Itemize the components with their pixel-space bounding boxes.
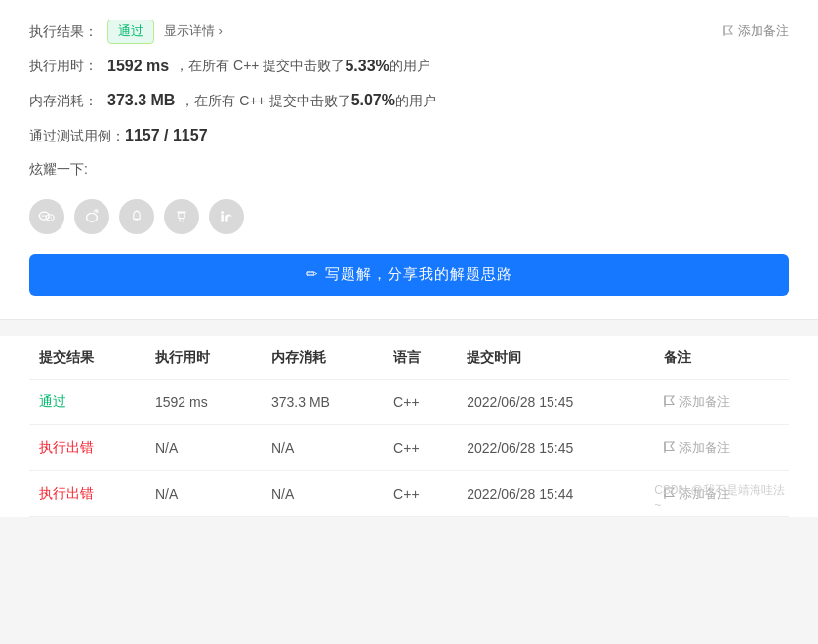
pass-badge: 通过 — [107, 20, 154, 44]
svg-point-6 — [48, 217, 49, 218]
row-time: 1592 ms — [145, 379, 262, 424]
col-note: 备注 — [654, 336, 789, 380]
table-row: 执行出错 N/A N/A C++ 2022/06/28 15:45 添加备注 — [29, 424, 789, 470]
table-row: 通过 1592 ms 373.3 MB C++ 2022/06/28 15:45… — [29, 379, 789, 424]
time-row: 执行用时： 1592 ms ，在所有 C++ 提交中击败了 5.33% 的用户 — [29, 54, 789, 79]
row-add-note[interactable]: 添加备注 — [664, 439, 779, 457]
add-note-text: 添加备注 — [679, 393, 730, 411]
flag-small-icon — [664, 441, 675, 454]
row-add-note[interactable]: 添加备注 — [664, 393, 779, 411]
svg-point-8 — [87, 213, 98, 221]
row-submit-time: 2022/06/28 15:45 — [457, 424, 654, 470]
linkedin-icon[interactable] — [209, 199, 244, 234]
svg-marker-21 — [665, 488, 674, 497]
mem-pct: 5.07% — [351, 88, 395, 113]
svg-marker-17 — [665, 396, 674, 405]
row-submit-time: 2022/06/28 15:44 — [457, 470, 654, 516]
top-panel: 执行结果： 通过 显示详情 › 添加备注 执行用时： 1592 ms ，在所有 … — [0, 0, 818, 320]
submissions-table: 提交结果 执行用时 内存消耗 语言 提交时间 备注 通过 1592 ms 373… — [29, 336, 789, 517]
mem-row: 内存消耗： 373.3 MB ，在所有 C++ 提交中击败了 5.07% 的用户 — [29, 88, 789, 113]
table-header-row: 提交结果 执行用时 内存消耗 语言 提交时间 备注 — [29, 336, 789, 380]
col-submit-time: 提交时间 — [457, 336, 654, 380]
row-mem: N/A — [262, 424, 384, 470]
flag-icon — [722, 25, 734, 37]
row-add-note[interactable]: 添加备注 — [664, 485, 779, 503]
flag-small-icon — [664, 395, 675, 408]
col-lang: 语言 — [384, 336, 457, 380]
flag-small-icon — [664, 487, 675, 500]
col-status: 提交结果 — [29, 336, 145, 380]
mem-value: 373.3 MB — [107, 88, 175, 113]
write-solution-button[interactable]: ✏ 写题解，分享我的解题思路 — [29, 254, 789, 296]
test-value: 1157 / 1157 — [125, 123, 208, 148]
share-label: 炫耀一下: — [29, 158, 88, 180]
svg-rect-15 — [221, 215, 223, 222]
wechat-icon[interactable] — [29, 199, 64, 234]
row-lang: C++ — [384, 379, 457, 424]
social-icons-row — [29, 199, 789, 234]
row-lang: C++ — [384, 470, 457, 516]
svg-point-2 — [39, 212, 49, 220]
time-desc2: 的用户 — [389, 55, 430, 76]
test-row: 通过测试用例： 1157 / 1157 — [29, 123, 789, 148]
top-add-note-btn[interactable]: 添加备注 — [722, 21, 789, 42]
add-note-label: 添加备注 — [738, 21, 789, 42]
svg-marker-0 — [724, 26, 732, 34]
time-label: 执行用时： — [29, 55, 107, 76]
svg-marker-19 — [665, 442, 674, 451]
row-time: N/A — [145, 424, 262, 470]
row-mem: 373.3 MB — [262, 379, 384, 424]
add-note-text: 添加备注 — [679, 439, 730, 457]
table-row: 执行出错 N/A N/A C++ 2022/06/28 15:44 添加备注 C… — [29, 470, 789, 516]
time-desc1: ，在所有 C++ 提交中击败了 — [175, 55, 345, 76]
mem-label: 内存消耗： — [29, 90, 107, 111]
svg-point-7 — [51, 217, 52, 218]
svg-point-5 — [46, 215, 54, 221]
weibo-icon[interactable] — [74, 199, 109, 234]
col-time: 执行用时 — [145, 336, 262, 380]
row-mem: N/A — [262, 470, 384, 516]
share-label-row: 炫耀一下: — [29, 158, 789, 189]
row-status[interactable]: 执行出错 — [39, 485, 94, 501]
svg-point-3 — [42, 215, 44, 217]
add-note-text: 添加备注 — [679, 485, 730, 503]
time-value: 1592 ms — [107, 54, 169, 79]
time-pct: 5.33% — [345, 54, 389, 79]
douban-icon[interactable] — [164, 199, 199, 234]
execution-result-row: 执行结果： 通过 显示详情 › 添加备注 — [29, 20, 789, 44]
row-status[interactable]: 通过 — [39, 393, 66, 409]
show-detail-link[interactable]: 显示详情 › — [164, 21, 223, 42]
mem-desc2: 的用户 — [395, 90, 436, 111]
submissions-panel: 提交结果 执行用时 内存消耗 语言 提交时间 备注 通过 1592 ms 373… — [0, 336, 818, 517]
row-lang: C++ — [384, 424, 457, 470]
exec-result-label: 执行结果： — [29, 20, 107, 42]
row-time: N/A — [145, 470, 262, 516]
row-submit-time: 2022/06/28 15:45 — [457, 379, 654, 424]
mem-desc1: ，在所有 C++ 提交中击败了 — [181, 90, 350, 111]
notification-icon[interactable] — [119, 199, 154, 234]
col-mem: 内存消耗 — [262, 336, 384, 380]
test-label: 通过测试用例： — [29, 125, 125, 146]
svg-point-16 — [221, 211, 224, 214]
row-status[interactable]: 执行出错 — [39, 439, 94, 455]
svg-rect-11 — [179, 213, 184, 219]
